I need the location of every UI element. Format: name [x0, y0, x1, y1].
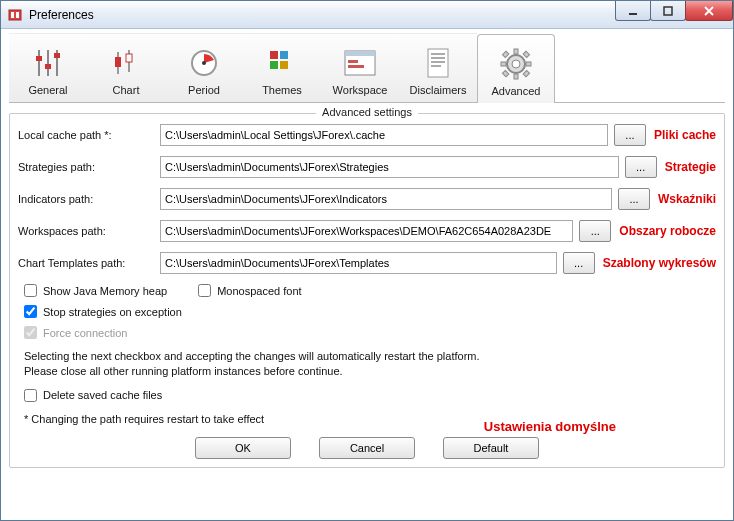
svg-rect-4 [664, 7, 672, 15]
row-workspaces: Workspaces path: ... Obszary robocze [18, 220, 716, 242]
maximize-button[interactable] [650, 1, 686, 21]
svg-rect-38 [502, 70, 508, 76]
svg-rect-20 [280, 61, 288, 69]
browse-cache-button[interactable]: ... [614, 124, 646, 146]
clock-icon [187, 46, 221, 80]
input-indicators-path[interactable] [160, 188, 612, 210]
label-cache: Local cache path *: [18, 129, 160, 141]
footer-buttons: Ustawienia domyślne OK Cancel Default [18, 437, 716, 459]
tab-bar: General Chart Period Themes Workspace Di… [9, 33, 725, 103]
label-templates: Chart Templates path: [18, 257, 160, 269]
svg-rect-22 [345, 51, 375, 56]
svg-rect-17 [270, 51, 278, 59]
input-cache-path[interactable] [160, 124, 608, 146]
svg-rect-34 [501, 62, 506, 66]
svg-point-31 [512, 60, 520, 68]
svg-point-16 [202, 61, 206, 65]
input-strategies-path[interactable] [160, 156, 619, 178]
default-button[interactable]: Default [443, 437, 539, 459]
svg-rect-18 [280, 51, 288, 59]
svg-rect-19 [270, 61, 278, 69]
tab-label: Themes [262, 84, 302, 96]
svg-rect-8 [36, 56, 42, 61]
tab-label: General [28, 84, 67, 96]
tab-disclaimers[interactable]: Disclaimers [399, 33, 477, 102]
svg-rect-33 [514, 74, 518, 79]
check-java-heap[interactable]: Show Java Memory heap [24, 284, 167, 297]
sliders-icon [31, 46, 65, 80]
preferences-window: Preferences General Chart Period Themes [0, 0, 734, 521]
check-delete-cache[interactable]: Delete saved cache files [24, 389, 162, 402]
row-cache: Local cache path *: ... Pliki cache [18, 124, 716, 146]
browse-workspaces-button[interactable]: ... [579, 220, 611, 242]
annotation-default: Ustawienia domyślne [484, 419, 616, 434]
grid-icon [265, 46, 299, 80]
svg-rect-5 [38, 50, 40, 76]
svg-rect-14 [126, 54, 132, 62]
svg-rect-35 [526, 62, 531, 66]
svg-rect-26 [431, 53, 445, 55]
browse-strategies-button[interactable]: ... [625, 156, 657, 178]
row-indicators: Indicators path: ... Wskaźniki [18, 188, 716, 210]
tab-label: Disclaimers [410, 84, 467, 96]
tab-period[interactable]: Period [165, 33, 243, 102]
tab-general[interactable]: General [9, 33, 87, 102]
tab-label: Chart [113, 84, 140, 96]
check-force-connection: Force connection [24, 326, 127, 339]
label-indicators: Indicators path: [18, 193, 160, 205]
svg-rect-24 [348, 65, 364, 68]
annotation-strategies: Strategie [665, 160, 716, 174]
annotation-cache: Pliki cache [654, 128, 716, 142]
tab-chart[interactable]: Chart [87, 33, 165, 102]
advanced-settings-group: Advanced settings Local cache path *: ..… [9, 113, 725, 468]
svg-rect-3 [629, 13, 637, 15]
label-workspaces: Workspaces path: [18, 225, 160, 237]
checkbox-java-heap[interactable] [24, 284, 37, 297]
svg-rect-39 [523, 70, 529, 76]
label-strategies: Strategies path: [18, 161, 160, 173]
svg-rect-27 [431, 57, 445, 59]
input-templates-path[interactable] [160, 252, 557, 274]
svg-rect-29 [431, 65, 441, 67]
checkbox-force-connection [24, 326, 37, 339]
app-icon [7, 7, 23, 23]
annotation-indicators: Wskaźniki [658, 192, 716, 206]
close-button[interactable] [685, 1, 733, 21]
svg-rect-37 [523, 51, 529, 57]
candlestick-icon [109, 46, 143, 80]
check-monospaced[interactable]: Monospaced font [198, 284, 301, 297]
row-strategies: Strategies path: ... Strategie [18, 156, 716, 178]
tab-label: Advanced [492, 85, 541, 97]
checkbox-delete-cache[interactable] [24, 389, 37, 402]
row-templates: Chart Templates path: ... Szablony wykre… [18, 252, 716, 274]
svg-rect-32 [514, 49, 518, 54]
ok-button[interactable]: OK [195, 437, 291, 459]
checkbox-monospaced[interactable] [198, 284, 211, 297]
checkbox-group: Show Java Memory heap Monospaced font St… [18, 284, 716, 347]
cancel-button[interactable]: Cancel [319, 437, 415, 459]
titlebar: Preferences [1, 1, 733, 29]
svg-rect-28 [431, 61, 445, 63]
svg-rect-1 [11, 12, 14, 18]
minimize-button[interactable] [615, 1, 651, 21]
svg-rect-9 [45, 64, 51, 69]
browse-indicators-button[interactable]: ... [618, 188, 650, 210]
restart-note: Selecting the next checkbox and acceptin… [18, 349, 716, 379]
tab-workspace[interactable]: Workspace [321, 33, 399, 102]
svg-rect-6 [47, 50, 49, 76]
svg-rect-0 [9, 10, 21, 20]
input-workspaces-path[interactable] [160, 220, 573, 242]
svg-rect-2 [16, 12, 19, 18]
tab-themes[interactable]: Themes [243, 33, 321, 102]
checkbox-stop-strategies[interactable] [24, 305, 37, 318]
window-icon [343, 46, 377, 80]
window-buttons [616, 1, 733, 21]
tab-advanced[interactable]: Advanced [477, 34, 555, 103]
annotation-workspaces: Obszary robocze [619, 224, 716, 238]
annotation-templates: Szablony wykresów [603, 256, 716, 270]
browse-templates-button[interactable]: ... [563, 252, 595, 274]
document-icon [421, 46, 455, 80]
svg-rect-36 [502, 51, 508, 57]
tab-label: Period [188, 84, 220, 96]
check-stop-strategies[interactable]: Stop strategies on exception [24, 305, 182, 318]
